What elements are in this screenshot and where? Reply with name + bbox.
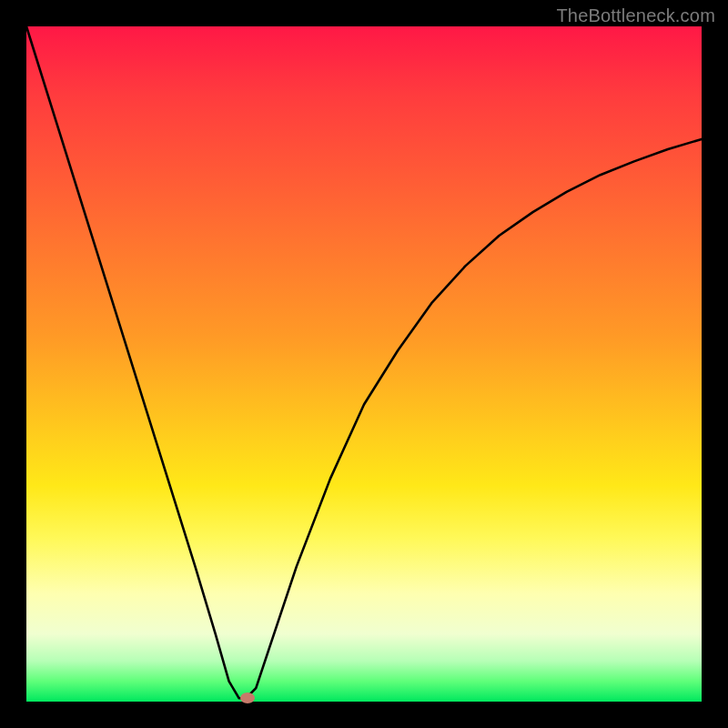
optimum-marker bbox=[240, 693, 255, 703]
bottleneck-curve bbox=[26, 26, 702, 702]
chart-frame: TheBottleneck.com bbox=[0, 0, 728, 728]
plot-area bbox=[26, 26, 702, 702]
watermark-text: TheBottleneck.com bbox=[556, 5, 715, 26]
